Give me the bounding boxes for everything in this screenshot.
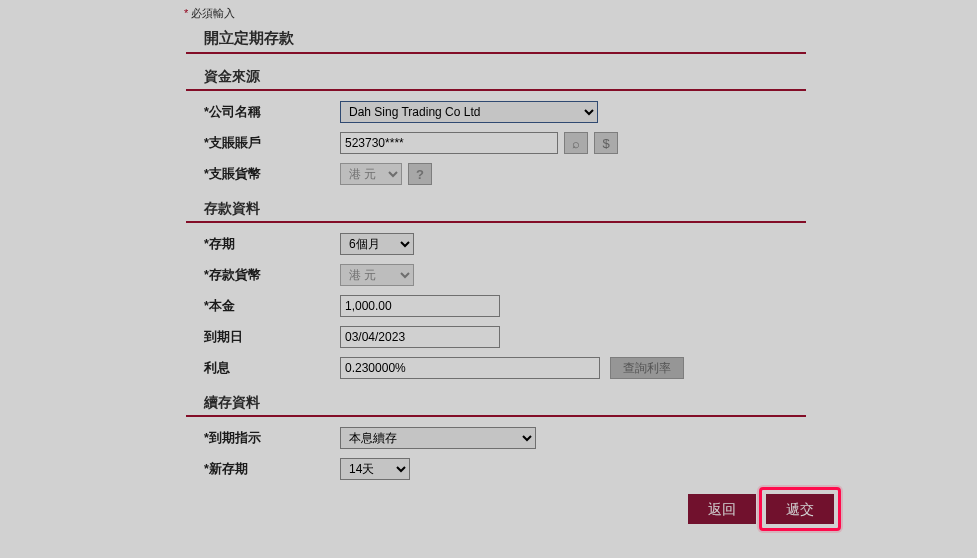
principal-input[interactable] [340, 295, 500, 317]
new-tenor-label: *新存期 [204, 461, 340, 478]
debit-currency-select[interactable]: 港 元 [340, 163, 402, 185]
maturity-instruction-select[interactable]: 本息續存 [340, 427, 536, 449]
help-icon[interactable]: ? [408, 163, 432, 185]
company-name-select[interactable]: Dah Sing Trading Co Ltd [340, 101, 598, 123]
required-note: * 必須輸入 [184, 6, 977, 21]
currency-icon[interactable]: $ [594, 132, 618, 154]
section-renewal-header: 續存資料 [186, 388, 806, 417]
debit-account-input[interactable] [340, 132, 558, 154]
section-source-header: 資金來源 [186, 62, 806, 91]
company-name-label: *公司名稱 [204, 104, 340, 121]
search-icon[interactable]: ⌕ [564, 132, 588, 154]
back-button[interactable]: 返回 [688, 494, 756, 524]
interest-rate-input [340, 357, 600, 379]
submit-button[interactable]: 遞交 [766, 494, 834, 524]
maturity-date-input [340, 326, 500, 348]
new-tenor-select[interactable]: 14天 [340, 458, 410, 480]
tenor-label: *存期 [204, 236, 340, 253]
page-title: 開立定期存款 [186, 25, 806, 54]
debit-account-label: *支賬賬戶 [204, 135, 340, 152]
interest-rate-label: 利息 [204, 360, 340, 377]
tenor-select[interactable]: 6個月 [340, 233, 414, 255]
debit-currency-label: *支賬貨幣 [204, 166, 340, 183]
maturity-instruction-label: *到期指示 [204, 430, 340, 447]
deposit-currency-select[interactable]: 港 元 [340, 264, 414, 286]
maturity-date-label: 到期日 [204, 329, 340, 346]
deposit-currency-label: *存款貨幣 [204, 267, 340, 284]
section-deposit-header: 存款資料 [186, 194, 806, 223]
principal-label: *本金 [204, 298, 340, 315]
rate-query-button[interactable]: 查詢利率 [610, 357, 684, 379]
